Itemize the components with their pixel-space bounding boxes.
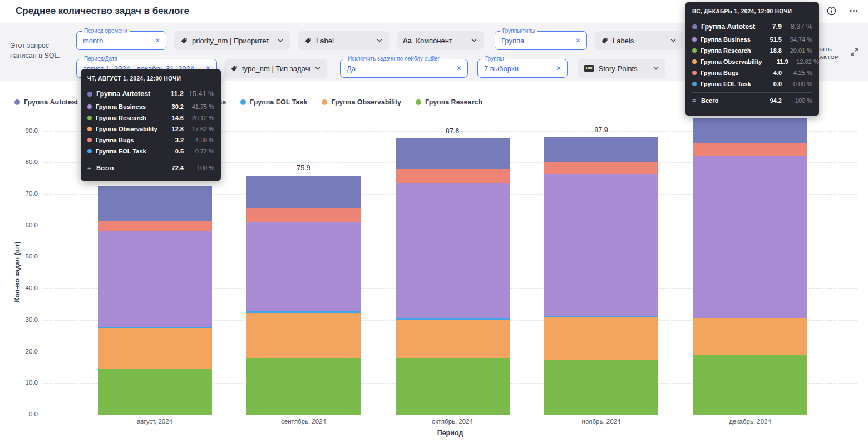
bar[interactable] [246,175,361,415]
dashboard: Среднее количество задач в беклоге Этот … [0,0,868,443]
filter-task-type[interactable]: type_nm | Тип задачи [224,59,327,78]
tooltip-total-value: 94.2 [765,97,782,104]
ellipsis-icon[interactable] [848,5,859,16]
bar-segment[interactable] [693,156,807,318]
tooltip-series-name: Группа Autotest [96,90,163,98]
bar[interactable] [396,138,510,415]
tooltip-total-value: 72.4 [167,165,184,171]
tooltip-series-percent: 20.01 % [786,47,812,54]
tooltip-series-value: 3.2 [167,137,184,143]
bar-value-label: 87.9 [544,126,658,134]
filter-priority[interactable]: priority_nm | Приоритет [174,31,290,50]
tooltip-row: Группа Observability12.817.62 % [87,123,214,135]
tooltip-row: Группа Bugs4.04.25 % [692,67,812,78]
bar-segment[interactable] [544,360,658,415]
tooltip-series-name: Группа EOL Task [701,81,761,87]
tooltip-row: Группа Research14.620.12 % [87,112,214,123]
bar-segment[interactable] [396,358,510,415]
filter-component[interactable]: AaКомпонент [397,31,484,50]
legend-item[interactable]: Группа Observability [322,98,401,106]
legend-dot [322,99,327,105]
bar-segment[interactable] [396,169,510,183]
bar-segment[interactable] [396,138,510,168]
tooltip-row: Группа Autotest11.215.41 % [87,87,214,101]
series-color-dot [692,82,697,86]
bar-segment[interactable] [98,369,212,415]
bar-segment[interactable] [98,328,212,369]
tooltip-header: ЧТ, АВГУСТ 1, 2024, 12:00 НОЧИ [87,76,214,82]
tooltip-series-name: Группа Bugs [701,69,761,76]
bar-segment[interactable] [693,318,807,355]
filter-label: Период времени [82,27,130,34]
clear-filter-icon[interactable]: ✕ [556,64,561,72]
legend-item[interactable]: Группа EOL Task [240,98,307,106]
filter-value: 7 выборки [478,64,553,73]
bar-segment[interactable] [693,355,807,415]
aa-icon: Aa [403,37,411,44]
bar-segment[interactable] [246,208,361,222]
series-color-dot [87,92,92,97]
bar-segment[interactable] [98,221,212,231]
filter-value: priority_nm | Приоритет [192,37,273,45]
bar-segment[interactable] [544,317,658,360]
clear-filter-icon[interactable]: ✕ [456,64,462,72]
filter-period-granularity[interactable]: Период времениmonth✕ [76,31,166,50]
bar[interactable] [544,137,658,415]
legend-label: Группа Research [425,98,482,106]
series-color-dot [692,59,697,64]
filter-labels[interactable]: Labels [595,31,683,50]
filter-story-points[interactable]: 100Story Points [578,59,665,78]
bar-segment[interactable] [544,137,658,161]
bar-segment[interactable] [544,162,658,175]
chevron-down-icon [376,37,383,44]
bar-segment[interactable] [396,183,510,318]
info-icon[interactable] [826,5,837,16]
y-tick-label: 10.0 [8,379,38,386]
filter-group-type[interactable]: Группы/типыГруппа✕ [495,31,587,50]
legend-item[interactable]: Группа Research [416,98,482,106]
tag-icon [304,37,312,44]
tooltip-series-percent: 0.00 % [786,81,812,87]
bar-segment[interactable] [693,143,807,156]
tooltip-series-name: Группа Autotest [701,23,761,31]
tooltip-row: Группа EOL Task0.00.00 % [692,78,812,89]
bar-segment[interactable] [246,313,361,357]
bar-segment[interactable] [246,222,361,311]
tooltip-series-name: Группа Business [701,36,761,43]
filter-groups[interactable]: Группы7 выборки✕ [477,59,568,78]
clear-filter-icon[interactable]: ✕ [155,37,160,44]
y-tick-label: 0.0 [8,411,38,417]
chart-tooltip: ЧТ, АВГУСТ 1, 2024, 12:00 НОЧИГруппа Aut… [81,69,221,181]
tooltip-series-name: Группа Observability [96,126,163,132]
legend-dot [14,99,20,105]
series-color-dot [87,104,92,109]
tooltip-series-percent: 12.62 % [792,58,819,65]
filter-label[interactable]: Label [298,31,389,50]
bar-segment[interactable] [98,186,212,221]
y-tick-label: 50.0 [8,253,38,260]
filter-value: Компонент [416,37,466,45]
bar-segment[interactable] [246,358,361,415]
y-tick-label: 20.0 [8,348,38,355]
page-title: Среднее количество задач в беклоге [16,6,189,17]
bar-segment[interactable] [98,231,212,326]
x-axis-title: Период [43,429,857,437]
bar-segment[interactable] [693,118,807,143]
filter-exclude-outlier[interactable]: Исключить задачи по лейблу outlierДа✕ [340,59,468,78]
bar[interactable] [98,186,212,415]
tooltip-total-label: Всего [701,97,761,104]
legend-item[interactable]: Группа Autotest [14,98,78,106]
bar-segment[interactable] [396,320,510,358]
bar-segment[interactable] [246,176,361,208]
bar[interactable] [693,118,807,415]
y-tick-label: 30.0 [8,316,38,323]
series-color-dot [87,127,92,131]
expand-icon[interactable] [850,48,859,58]
bar-segment[interactable] [544,174,658,316]
tooltip-series-name: Группа EOL Task [96,148,163,155]
chevron-down-icon [653,65,659,72]
tooltip-series-name: Группа Bugs [96,137,163,143]
tooltip-row: Группа Research18.820.01 % [692,45,812,56]
clear-filter-icon[interactable]: ✕ [575,37,581,44]
tooltip-row: Группа EOL Task0.50.72 % [87,146,214,157]
